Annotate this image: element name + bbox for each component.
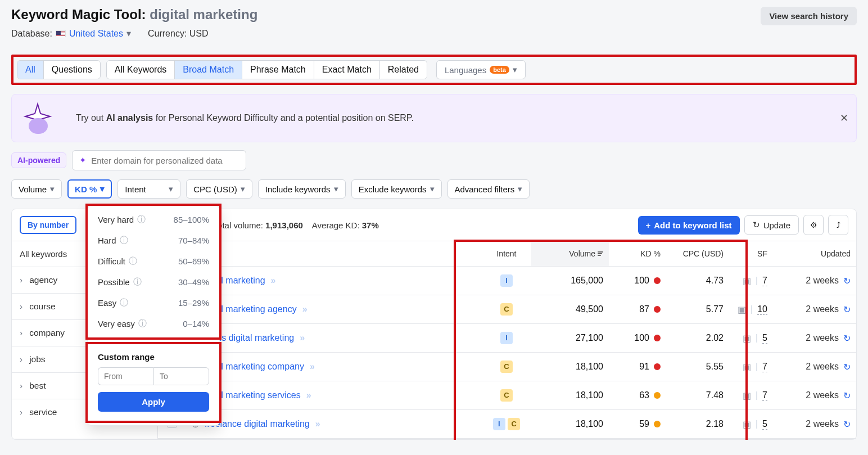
filter-kd[interactable]: KD %▾ xyxy=(67,179,112,199)
gear-icon: ⚙ xyxy=(810,220,817,229)
kd-dropdown-panel: Very hardⓘ85–100%Hardⓘ70–84%Difficultⓘ50… xyxy=(87,205,220,426)
flag-us-icon xyxy=(56,30,66,37)
updated-value: 2 weeks xyxy=(806,304,839,314)
refresh-row-icon[interactable]: ↻ xyxy=(843,362,851,372)
open-keyword-icon[interactable]: » xyxy=(300,333,305,343)
custom-range-title: Custom range xyxy=(98,352,209,362)
col-kd[interactable]: KD % xyxy=(609,241,666,266)
chevron-right-icon: › xyxy=(20,381,22,391)
kd-from-input[interactable] xyxy=(98,367,153,385)
chevron-right-icon: › xyxy=(20,354,22,364)
serp-icon[interactable]: ▣ xyxy=(743,333,751,344)
refresh-row-icon[interactable]: ↻ xyxy=(843,276,851,286)
svg-rect-0 xyxy=(29,118,48,134)
view-history-button[interactable]: View search history xyxy=(761,7,857,25)
currency-value: USD xyxy=(189,29,209,38)
info-icon: ⓘ xyxy=(137,214,146,225)
info-icon: ⓘ xyxy=(133,277,142,287)
kd-to-input[interactable] xyxy=(153,367,209,385)
domain-input-wrapper[interactable]: ✦ xyxy=(72,150,246,170)
serp-icon[interactable]: ▣ xyxy=(743,362,751,372)
refresh-row-icon[interactable]: ↻ xyxy=(843,333,851,344)
col-updated[interactable]: Updated xyxy=(773,241,856,266)
refresh-row-icon[interactable]: ↻ xyxy=(843,304,851,315)
open-keyword-icon[interactable]: » xyxy=(306,390,311,400)
domain-input[interactable] xyxy=(91,156,239,165)
ai-powered-chip: AI-powered xyxy=(11,152,66,168)
filter-volume[interactable]: Volume▾ xyxy=(11,179,62,199)
update-button[interactable]: ↻Update xyxy=(744,215,799,235)
col-volume[interactable]: Volume xyxy=(531,241,609,266)
tab-questions[interactable]: Questions xyxy=(44,61,100,79)
table-row: ⊕igital marketing agency» C 49,500 87 5.… xyxy=(158,295,856,324)
tab-exact-match[interactable]: Exact Match xyxy=(314,61,380,79)
beta-badge: beta xyxy=(490,66,509,74)
settings-button[interactable]: ⚙ xyxy=(803,215,824,235)
kd-dot-icon xyxy=(654,277,661,284)
chevron-down-icon: ▾ xyxy=(126,28,131,39)
filter-intent[interactable]: Intent▾ xyxy=(117,179,180,199)
refresh-row-icon[interactable]: ↻ xyxy=(843,390,851,401)
open-keyword-icon[interactable]: » xyxy=(315,419,320,429)
col-intent[interactable]: Intent xyxy=(482,241,531,266)
kd-value: 100 xyxy=(634,333,649,343)
kd-option[interactable]: Difficultⓘ50–69% xyxy=(88,251,219,272)
filter-include[interactable]: Include keywords▾ xyxy=(258,179,346,199)
tab-related[interactable]: Related xyxy=(380,61,427,79)
kd-option[interactable]: Very hardⓘ85–100% xyxy=(88,209,219,230)
chevron-right-icon: › xyxy=(20,301,22,312)
currency-label: Currency: xyxy=(148,29,187,38)
serp-icon[interactable]: ▣ xyxy=(743,276,751,286)
kd-option[interactable]: Very easyⓘ0–14% xyxy=(88,313,219,334)
col-cpc[interactable]: CPC (USD) xyxy=(666,241,729,266)
open-keyword-icon[interactable]: » xyxy=(271,276,276,286)
cpc-value: 2.02 xyxy=(666,325,729,351)
intent-badge: C xyxy=(482,381,531,409)
database-select[interactable]: United States ▾ xyxy=(69,28,131,39)
tab-all-keywords[interactable]: All Keywords xyxy=(107,61,175,79)
volume-value: 165,000 xyxy=(531,268,609,294)
intent-badge: I xyxy=(482,324,531,352)
open-keyword-icon[interactable]: » xyxy=(302,304,308,314)
updated-value: 2 weeks xyxy=(806,333,839,343)
add-to-keyword-list-button[interactable]: +Add to keyword list xyxy=(638,216,740,235)
export-button[interactable]: ⤴ xyxy=(828,215,848,235)
table-row: ⊕igital marketing» I 165,000 100 4.73 ▣|… xyxy=(158,267,856,295)
intent-badge: I C xyxy=(482,410,531,438)
volume-value: 49,500 xyxy=(531,296,609,322)
col-keyword[interactable]: ord xyxy=(186,241,482,266)
table-row: ⊕igital marketing company» C 18,100 91 5… xyxy=(158,353,856,381)
serp-icon[interactable]: ▣ xyxy=(743,419,751,430)
kd-option[interactable]: Hardⓘ70–84% xyxy=(88,230,219,251)
tab-phrase-match[interactable]: Phrase Match xyxy=(242,61,314,79)
open-keyword-icon[interactable]: » xyxy=(310,362,315,372)
info-icon: ⓘ xyxy=(120,298,128,308)
table-row: ⊕igital marketing services» C 18,100 63 … xyxy=(158,381,856,410)
kd-apply-button[interactable]: Apply xyxy=(98,392,209,412)
cpc-value: 5.55 xyxy=(666,354,729,380)
kd-value: 91 xyxy=(639,362,649,372)
kd-dot-icon xyxy=(654,306,661,313)
sf-value: 5 xyxy=(762,419,767,430)
tab-broad-match[interactable]: Broad Match xyxy=(175,61,242,79)
filter-exclude[interactable]: Exclude keywords▾ xyxy=(351,179,442,199)
chevron-right-icon: › xyxy=(20,407,22,417)
refresh-row-icon[interactable]: ↻ xyxy=(843,419,851,430)
chevron-down-icon: ▾ xyxy=(513,65,517,75)
cpc-value: 5.77 xyxy=(666,296,729,322)
filter-advanced[interactable]: Advanced filters▾ xyxy=(447,179,530,199)
serp-icon[interactable]: ▣ xyxy=(738,304,746,315)
serp-icon[interactable]: ▣ xyxy=(743,390,751,401)
kd-dot-icon xyxy=(654,421,661,427)
kd-value: 59 xyxy=(639,419,649,429)
languages-dropdown[interactable]: Languages beta ▾ xyxy=(436,60,526,79)
tab-all[interactable]: All xyxy=(17,61,44,79)
kd-value: 87 xyxy=(639,304,649,314)
by-number-button[interactable]: By number xyxy=(20,216,76,234)
col-sf[interactable]: SF xyxy=(729,241,773,266)
filter-cpc[interactable]: CPC (USD)▾ xyxy=(186,179,252,199)
kd-option[interactable]: Easyⓘ15–29% xyxy=(88,292,219,313)
kd-option[interactable]: Possibleⓘ30–49% xyxy=(88,272,219,292)
close-banner-button[interactable]: ✕ xyxy=(840,112,848,124)
table-row: ⊕hat is digital marketing» I 27,100 100 … xyxy=(158,324,856,353)
